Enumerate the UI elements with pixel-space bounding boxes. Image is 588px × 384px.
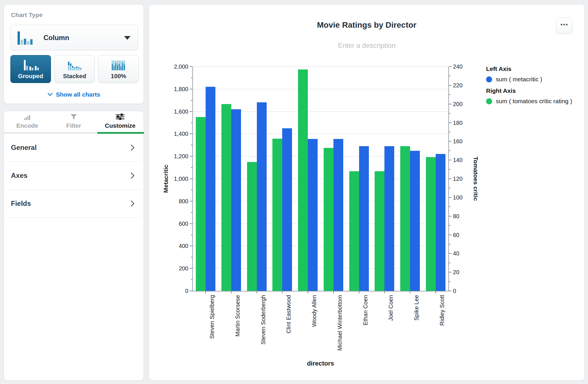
chart-title[interactable]: Movie Ratings by Director xyxy=(149,20,584,30)
ellipsis-icon: ••• xyxy=(560,23,568,26)
chevron-down-icon xyxy=(47,93,53,96)
chart-type-panel: Chart Type Column Grouped xyxy=(4,4,144,104)
chart-type-dropdown[interactable]: Column xyxy=(10,25,138,50)
settings-tabbar: Encode Filter Customize xyxy=(4,112,143,132)
section-axes[interactable]: Axes xyxy=(4,162,143,190)
column-variants: Grouped Stacked xyxy=(10,55,139,83)
legend-item-metacritic: sum ( metacritic ) xyxy=(486,75,572,84)
show-all-charts-link[interactable]: Show all charts xyxy=(4,91,143,98)
legend-left-axis-title: Left Axis xyxy=(486,65,572,73)
encode-bars-icon xyxy=(23,114,31,120)
chart-type-selected: Column xyxy=(43,34,69,42)
chart-legend: Left Axis sum ( metacritic ) Right Axis … xyxy=(486,65,572,108)
x-axis-title: directors xyxy=(277,360,364,367)
section-general[interactable]: General xyxy=(4,134,143,162)
section-fields[interactable]: Fields xyxy=(4,190,143,218)
tab-filter[interactable]: Filter xyxy=(50,112,97,132)
caret-down-icon xyxy=(124,36,130,40)
chevron-right-icon xyxy=(131,200,135,207)
settings-panel: Encode Filter Customize General xyxy=(4,111,144,381)
legend-dot-green xyxy=(486,98,492,104)
chart-card: Movie Ratings by Director Enter a descri… xyxy=(149,4,585,381)
variant-stacked-button[interactable]: Stacked xyxy=(54,55,95,83)
tab-customize[interactable]: Customize xyxy=(97,112,143,132)
customize-sliders-icon xyxy=(115,113,125,120)
legend-item-tomatoes: sum ( tomatoes critic rating ) xyxy=(486,97,572,106)
tab-underline-track xyxy=(4,132,143,134)
percent-bars-icon xyxy=(110,59,127,71)
right-axis-title: Tomatoes critic xyxy=(472,157,479,201)
left-axis-title: Metacritic xyxy=(162,165,169,193)
legend-dot-blue xyxy=(486,76,492,82)
active-tab-underline xyxy=(97,132,144,134)
filter-funnel-icon xyxy=(70,114,77,120)
more-options-button[interactable]: ••• xyxy=(556,18,573,34)
tab-encode[interactable]: Encode xyxy=(4,112,50,132)
chevron-right-icon xyxy=(131,144,135,151)
chevron-right-icon xyxy=(131,172,135,179)
legend-right-axis-title: Right Axis xyxy=(486,86,572,95)
variant-100-button[interactable]: 100% xyxy=(98,55,139,83)
chart-description-placeholder[interactable]: Enter a description xyxy=(149,42,584,50)
grouped-bars-icon xyxy=(22,59,39,71)
variant-grouped-button[interactable]: Grouped xyxy=(10,55,51,83)
chart-type-title: Chart Type xyxy=(11,12,143,18)
column-chart-icon xyxy=(17,30,35,45)
stacked-bars-icon xyxy=(66,59,83,71)
